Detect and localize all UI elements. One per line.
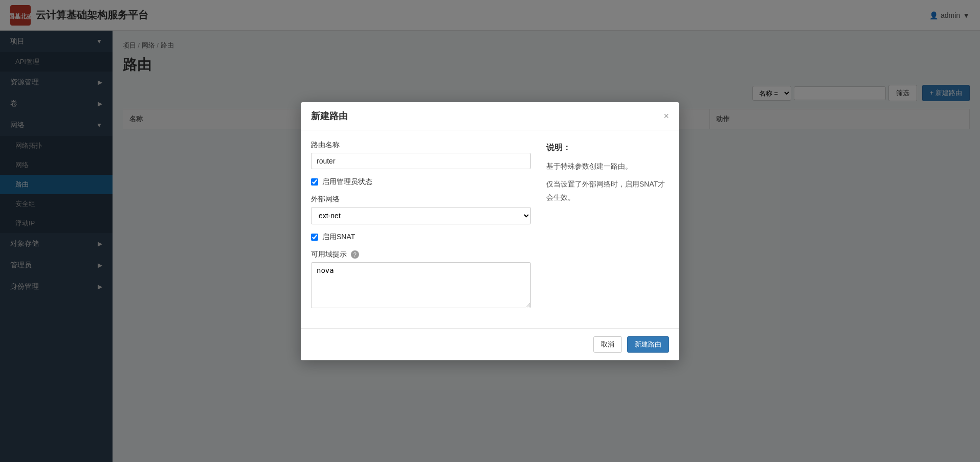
cancel-button[interactable]: 取消 — [593, 336, 622, 353]
availability-hint-label: 可用域提示 ? — [311, 250, 531, 259]
external-network-label: 外部网络 — [311, 195, 531, 204]
modal-overlay[interactable]: 新建路由 × 路由名称 启用管理员状态 外部网络 — [0, 0, 980, 462]
modal-desc-line2: 仅当设置了外部网络时，启用SNAT才会生效。 — [546, 178, 669, 203]
modal-form: 路由名称 启用管理员状态 外部网络 ext-net — [311, 141, 531, 318]
modal-desc-line1: 基于特殊参数创建一路由。 — [546, 160, 669, 173]
enable-snat-label[interactable]: 启用SNAT — [322, 233, 355, 242]
form-group-external-network: 外部网络 ext-net — [311, 195, 531, 224]
form-group-snat: 启用SNAT — [311, 233, 531, 242]
submit-button[interactable]: 新建路由 — [627, 336, 669, 353]
modal: 新建路由 × 路由名称 启用管理员状态 外部网络 — [301, 102, 679, 360]
modal-footer: 取消 新建路由 — [301, 328, 679, 360]
modal-title: 新建路由 — [311, 110, 348, 122]
modal-body: 路由名称 启用管理员状态 外部网络 ext-net — [301, 130, 679, 328]
availability-hint-help-icon[interactable]: ? — [351, 250, 359, 259]
modal-description: 说明： 基于特殊参数创建一路由。 仅当设置了外部网络时，启用SNAT才会生效。 — [546, 141, 669, 318]
modal-close-button[interactable]: × — [663, 111, 669, 121]
enable-snat-checkbox[interactable] — [311, 234, 318, 241]
form-group-admin-state: 启用管理员状态 — [311, 177, 531, 187]
form-group-name: 路由名称 — [311, 141, 531, 169]
external-network-select[interactable]: ext-net — [311, 207, 531, 224]
name-label: 路由名称 — [311, 141, 531, 150]
availability-hint-textarea[interactable]: nova — [311, 262, 531, 308]
admin-state-checkbox[interactable] — [311, 178, 318, 186]
form-group-availability-hint: 可用域提示 ? nova — [311, 250, 531, 310]
modal-header: 新建路由 × — [301, 102, 679, 130]
router-name-input[interactable] — [311, 153, 531, 169]
admin-state-label[interactable]: 启用管理员状态 — [322, 177, 372, 187]
modal-desc-heading: 说明： — [546, 141, 669, 155]
